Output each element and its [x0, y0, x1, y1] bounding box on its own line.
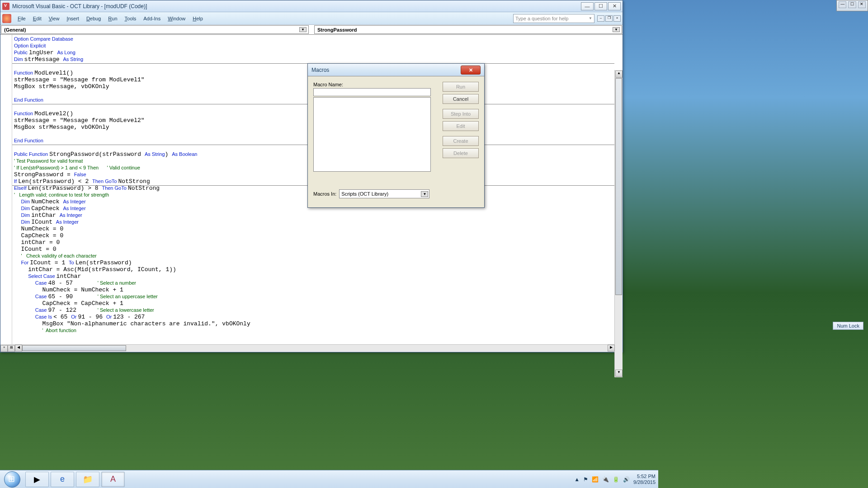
scroll-right-button[interactable]: ▶ — [608, 345, 615, 352]
menu-edit[interactable]: Edit — [29, 14, 45, 23]
menu-help[interactable]: Help — [189, 14, 207, 23]
title-bar[interactable]: Microsoft Visual Basic - OCT Library - [… — [0, 0, 623, 12]
vscroll-thumb[interactable] — [615, 78, 622, 295]
delete-button: Delete — [443, 148, 479, 158]
horizontal-scrollbar: ≡ ▤ ◀ ▶ — [0, 344, 615, 352]
close-button[interactable]: ✕ — [608, 2, 621, 10]
macros-dialog: Macros ✕ Macro Name: Run Cancel Step Int… — [307, 63, 485, 208]
minimize-button[interactable]: — — [581, 2, 594, 10]
maximize-button[interactable]: ☐ — [594, 2, 607, 10]
window-title: Microsoft Visual Basic - OCT Library - [… — [12, 3, 581, 9]
menu-add-ins[interactable]: Add-Ins — [140, 14, 164, 23]
chevron-down-icon: ▼ — [589, 16, 592, 20]
macro-listbox[interactable] — [313, 97, 431, 172]
menu-bar: FileEditViewInsertDebugRunToolsAdd-InsWi… — [0, 12, 623, 25]
macro-name-input[interactable] — [313, 88, 431, 96]
background-window-controls: — ☐ ✕ — [836, 0, 868, 11]
procedure-view-button[interactable]: ≡ — [0, 345, 8, 352]
hscroll-thumb[interactable] — [22, 345, 126, 351]
object-dropdown[interactable]: (General) — [1, 25, 309, 34]
menu-debug[interactable]: Debug — [83, 14, 104, 23]
menu-file[interactable]: File — [14, 14, 29, 23]
help-placeholder: Type a question for help — [515, 16, 568, 21]
clock[interactable]: 5:52 PM 9/28/2015 — [633, 474, 656, 485]
action-center-icon[interactable]: ⚑ — [583, 476, 588, 483]
help-search-input[interactable]: Type a question for help ▼ — [513, 14, 594, 23]
dialog-title: Macros — [311, 67, 461, 73]
run-button: Run — [443, 82, 479, 92]
bg-minimize-button[interactable]: — — [839, 1, 846, 8]
numlock-indicator: Num Lock — [833, 322, 863, 330]
show-hidden-icon[interactable]: ▲ — [574, 476, 580, 483]
menu-window[interactable]: Window — [164, 14, 189, 23]
system-tray: ▲ ⚑ 📶 🔌 🔋 🔊 5:52 PM 9/28/2015 — [574, 474, 656, 485]
menu-tools[interactable]: Tools — [121, 14, 140, 23]
taskbar-ie[interactable]: e — [51, 472, 74, 487]
step-into-button: Step Into — [443, 109, 479, 119]
create-button: Create — [443, 136, 479, 146]
menu-view[interactable]: View — [45, 14, 63, 23]
scroll-left-button[interactable]: ◀ — [15, 345, 22, 352]
macros-in-dropdown[interactable]: Scripts (OCT Library) — [339, 189, 429, 198]
taskbar-media-player[interactable]: ▶ — [25, 472, 49, 487]
mdi-restore-button[interactable]: ❐ — [605, 15, 613, 22]
edit-button: Edit — [443, 121, 479, 131]
vb-icon[interactable] — [2, 14, 11, 23]
taskbar-explorer[interactable]: 📁 — [76, 472, 99, 487]
cancel-button[interactable]: Cancel — [443, 94, 479, 104]
menu-insert[interactable]: Insert — [63, 14, 83, 23]
app-icon — [2, 3, 9, 10]
procedure-dropdown[interactable]: StrongPassword — [314, 25, 622, 34]
macros-in-label: Macros In: — [313, 191, 336, 197]
start-button[interactable] — [0, 471, 24, 488]
dialog-close-button[interactable]: ✕ — [461, 66, 481, 75]
bg-maximize-button[interactable]: ☐ — [848, 1, 856, 8]
taskbar: ▶ e 📁 A ▲ ⚑ 📶 🔌 🔋 🔊 5:52 PM 9/28/2015 — [0, 470, 658, 488]
network-icon[interactable]: 📶 — [592, 476, 599, 483]
scroll-up-button[interactable]: ▲ — [615, 70, 623, 78]
volume-icon[interactable]: 🔊 — [623, 476, 630, 483]
taskbar-access[interactable]: A — [101, 472, 125, 487]
scroll-down-button[interactable]: ▼ — [615, 370, 623, 377]
mdi-close-button[interactable]: × — [613, 15, 621, 22]
code-margin — [0, 35, 12, 352]
vertical-scrollbar[interactable]: ▲ ▼ — [614, 70, 623, 377]
battery-icon[interactable]: 🔋 — [613, 476, 619, 483]
bg-close-button[interactable]: ✕ — [858, 1, 866, 8]
full-module-view-button[interactable]: ▤ — [8, 345, 15, 352]
menu-run[interactable]: Run — [104, 14, 121, 23]
power-icon[interactable]: 🔌 — [602, 476, 609, 483]
windows-orb-icon — [4, 471, 20, 488]
mdi-minimize-button[interactable]: – — [597, 15, 604, 22]
dialog-title-bar[interactable]: Macros ✕ — [308, 64, 484, 76]
code-nav-row: (General) StrongPassword — [0, 25, 623, 35]
